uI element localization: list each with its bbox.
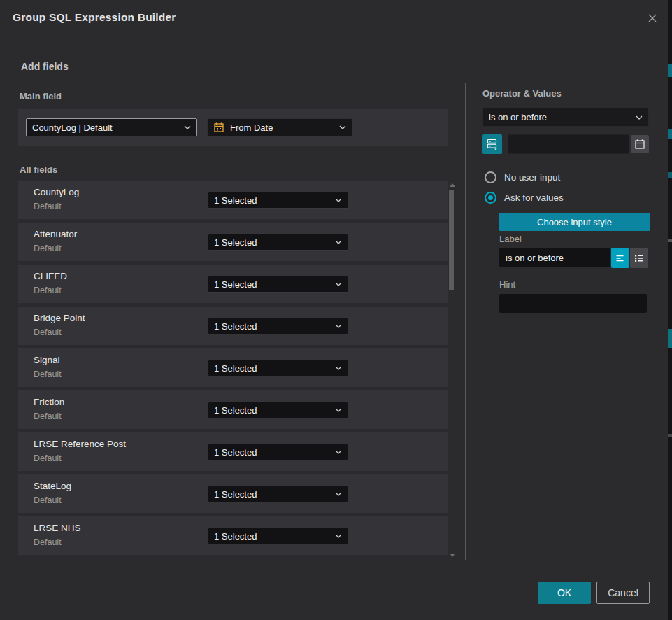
field-row-selected-dropdown[interactable]: 1 Selected [208,444,348,460]
layer-select[interactable]: CountyLog | Default [26,118,197,136]
value-input[interactable] [508,134,629,154]
radio-no-user-input[interactable]: No user input [485,171,560,183]
field-row-subtitle: Default [34,286,62,295]
chevron-down-icon [335,408,342,412]
field-row-name: CountyLog [34,187,79,197]
field-row-selected-value: 1 Selected [214,321,257,332]
operator-select[interactable]: is on or before [482,108,649,127]
dialog-titlebar: Group SQL Expression Builder [0,0,668,36]
main-field-panel: CountyLog | Default From Date [18,109,448,146]
scroll-down-icon[interactable] [450,554,455,557]
choose-input-style-button[interactable]: Choose input style [499,213,650,231]
hint-input[interactable] [499,294,647,313]
field-row: Bridge Point Default 1 Selected [18,307,448,345]
field-row-subtitle: Default [34,411,62,421]
scroll-up-icon[interactable] [450,183,455,187]
field-row-selected-dropdown[interactable]: 1 Selected [208,318,348,334]
field-row: Friction Default 1 Selected [18,390,448,429]
background-fragment [668,329,672,348]
group-sql-expression-builder-dialog: Group SQL Expression Builder Add fields … [0,0,668,620]
radio-label: Ask for values [504,192,564,203]
field-row-selected-value: 1 Selected [214,405,257,416]
field-row-name: LRSE Reference Post [34,439,126,449]
all-fields-heading: All fields [20,164,57,175]
calendar-icon[interactable] [631,135,649,153]
field-row-selected-dropdown[interactable]: 1 Selected [208,192,348,209]
ok-button[interactable]: OK [538,582,591,604]
field-row-subtitle: Default [34,537,62,547]
background-fragment [668,172,672,178]
field-row: CLIFED Default 1 Selected [18,265,448,303]
layer-select-value: CountyLog | Default [32,122,113,133]
field-row-subtitle: Default [34,327,62,337]
field-row-selected-dropdown[interactable]: 1 Selected [208,276,348,293]
background-app-edge [668,0,672,620]
field-row: CountyLog Default 1 Selected [18,181,448,219]
field-row: LRSE Reference Post Default 1 Selected [18,432,448,471]
label-input[interactable] [499,248,610,267]
field-row-selected-dropdown[interactable]: 1 Selected [208,528,348,544]
field-select-value: From Date [230,122,273,133]
operator-values-heading: Operator & Values [482,88,562,99]
bullet-list-icon[interactable] [630,248,648,268]
all-fields-list: CountyLog Default 1 Selected Attenuator … [18,181,448,558]
align-left-icon[interactable] [611,248,629,268]
chevron-down-icon [335,282,342,286]
hint-field-label: Hint [499,279,515,290]
field-row-selected-value: 1 Selected [214,279,257,290]
field-row-selected-dropdown[interactable]: 1 Selected [208,402,348,418]
calendar-icon [213,122,224,133]
field-row-name: CLIFED [34,271,67,281]
screen: Group SQL Expression Builder Add fields … [0,0,672,620]
chevron-down-icon [335,450,342,454]
label-field-label: Label [499,234,522,244]
unique-values-icon[interactable] [482,134,502,154]
field-row-selected-dropdown[interactable]: 1 Selected [208,360,348,376]
dialog-title: Group SQL Expression Builder [13,11,176,24]
close-icon[interactable] [645,11,659,25]
field-row-subtitle: Default [34,495,62,505]
field-row: LRSE NHS Default 1 Selected [18,516,448,555]
operator-select-value: is on or before [489,112,547,122]
background-fragment [668,64,672,77]
scrollbar-thumb[interactable] [449,190,454,290]
field-row-subtitle: Default [34,244,62,253]
field-row-selected-value: 1 Selected [214,489,257,500]
field-row-subtitle: Default [34,369,62,379]
field-row-name: LRSE NHS [34,523,81,533]
field-row-selected-value: 1 Selected [214,363,257,374]
chevron-down-icon [335,534,342,538]
field-row-subtitle: Default [34,202,62,211]
field-row-name: StateLog [34,481,71,491]
chevron-down-icon [184,125,191,129]
cancel-button[interactable]: Cancel [596,582,650,604]
background-fragment [668,129,672,139]
radio-circle-icon [485,171,496,183]
add-fields-heading: Add fields [21,61,69,72]
field-row-name: Bridge Point [34,313,85,323]
radio-selected-icon [485,192,496,204]
field-row: StateLog Default 1 Selected [18,474,448,513]
field-row-name: Attenuator [34,229,77,239]
field-row-name: Signal [34,355,60,365]
field-row-subtitle: Default [34,453,62,463]
background-fragment [668,239,672,242]
field-row: Signal Default 1 Selected [18,348,448,387]
chevron-down-icon [335,366,342,370]
chevron-down-icon [335,492,342,496]
chevron-down-icon [335,324,342,328]
field-row-selected-value: 1 Selected [214,195,257,206]
main-field-heading: Main field [20,91,62,101]
background-fragment [668,434,672,437]
radio-ask-for-values[interactable]: Ask for values [485,192,564,204]
field-row: Attenuator Default 1 Selected [18,223,448,261]
chevron-down-icon [335,240,342,244]
field-row-selected-value: 1 Selected [214,237,257,248]
field-row-name: Friction [34,397,64,407]
field-row-selected-dropdown[interactable]: 1 Selected [208,486,348,502]
field-row-selected-value: 1 Selected [214,447,257,458]
field-select[interactable]: From Date [207,118,352,136]
panel-divider [465,83,466,560]
field-row-selected-dropdown[interactable]: 1 Selected [208,234,348,251]
list-scrollbar[interactable] [448,181,455,560]
